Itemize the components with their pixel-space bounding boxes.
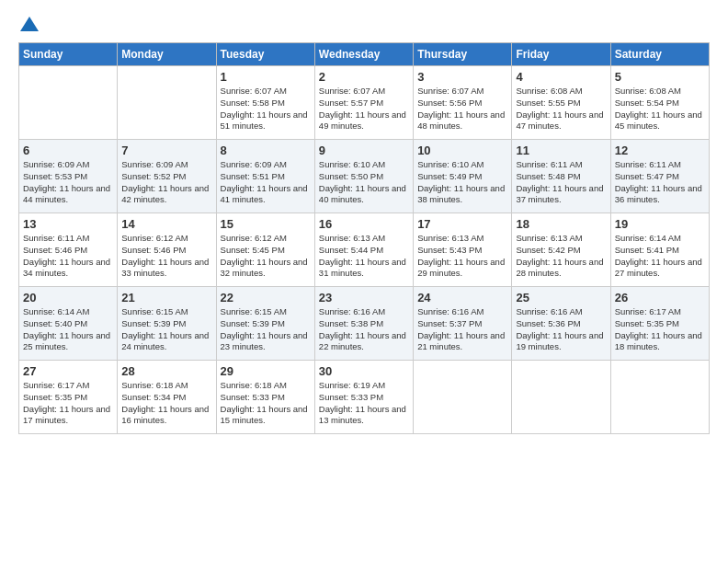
cell-text: Sunrise: 6:16 AM Sunset: 5:38 PM Dayligh… xyxy=(319,306,409,353)
calendar-cell: 14Sunrise: 6:12 AM Sunset: 5:46 PM Dayli… xyxy=(118,213,216,287)
day-header-tuesday: Tuesday xyxy=(216,43,314,66)
cell-text: Sunrise: 6:11 AM Sunset: 5:48 PM Dayligh… xyxy=(516,159,606,206)
cell-text: Sunrise: 6:07 AM Sunset: 5:57 PM Dayligh… xyxy=(319,86,409,132)
day-number: 18 xyxy=(516,217,606,231)
calendar-cell: 11Sunrise: 6:11 AM Sunset: 5:48 PM Dayli… xyxy=(512,140,610,213)
day-header-friday: Friday xyxy=(512,43,610,66)
day-number: 10 xyxy=(417,144,507,157)
calendar-cell: 19Sunrise: 6:14 AM Sunset: 5:41 PM Dayli… xyxy=(610,213,709,287)
cell-text: Sunrise: 6:13 AM Sunset: 5:42 PM Dayligh… xyxy=(516,233,606,280)
day-number: 24 xyxy=(417,291,507,304)
calendar-header-row: SundayMondayTuesdayWednesdayThursdayFrid… xyxy=(19,43,710,66)
cell-text: Sunrise: 6:07 AM Sunset: 5:56 PM Dayligh… xyxy=(417,86,507,132)
cell-text: Sunrise: 6:08 AM Sunset: 5:54 PM Dayligh… xyxy=(615,86,705,132)
day-number: 3 xyxy=(417,70,507,84)
day-header-saturday: Saturday xyxy=(610,43,709,66)
calendar-cell xyxy=(610,361,709,434)
cell-text: Sunrise: 6:09 AM Sunset: 5:52 PM Dayligh… xyxy=(121,159,211,206)
calendar-cell: 18Sunrise: 6:13 AM Sunset: 5:42 PM Dayli… xyxy=(512,213,610,287)
calendar-cell: 10Sunrise: 6:10 AM Sunset: 5:49 PM Dayli… xyxy=(414,140,512,213)
day-number: 7 xyxy=(121,144,211,157)
cell-text: Sunrise: 6:17 AM Sunset: 5:35 PM Dayligh… xyxy=(23,380,113,427)
cell-text: Sunrise: 6:12 AM Sunset: 5:45 PM Dayligh… xyxy=(221,233,311,280)
week-row-5: 27Sunrise: 6:17 AM Sunset: 5:35 PM Dayli… xyxy=(19,361,710,434)
calendar-cell: 26Sunrise: 6:17 AM Sunset: 5:35 PM Dayli… xyxy=(610,287,709,361)
calendar-cell: 1Sunrise: 6:07 AM Sunset: 5:58 PM Daylig… xyxy=(216,66,314,140)
cell-text: Sunrise: 6:09 AM Sunset: 5:51 PM Dayligh… xyxy=(221,159,311,206)
day-number: 25 xyxy=(516,291,606,304)
cell-text: Sunrise: 6:08 AM Sunset: 5:55 PM Dayligh… xyxy=(516,86,606,132)
cell-text: Sunrise: 6:10 AM Sunset: 5:49 PM Dayligh… xyxy=(417,159,507,206)
cell-text: Sunrise: 6:15 AM Sunset: 5:39 PM Dayligh… xyxy=(121,306,211,353)
day-number: 20 xyxy=(23,291,113,304)
calendar-cell: 15Sunrise: 6:12 AM Sunset: 5:45 PM Dayli… xyxy=(216,213,314,287)
calendar-cell xyxy=(19,66,118,140)
calendar-cell: 21Sunrise: 6:15 AM Sunset: 5:39 PM Dayli… xyxy=(118,287,216,361)
cell-text: Sunrise: 6:10 AM Sunset: 5:50 PM Dayligh… xyxy=(319,159,409,206)
logo xyxy=(18,15,39,33)
day-number: 2 xyxy=(319,70,409,84)
cell-text: Sunrise: 6:11 AM Sunset: 5:46 PM Dayligh… xyxy=(23,233,113,280)
calendar-cell: 30Sunrise: 6:19 AM Sunset: 5:33 PM Dayli… xyxy=(314,361,413,434)
cell-text: Sunrise: 6:18 AM Sunset: 5:33 PM Dayligh… xyxy=(221,380,311,427)
calendar-cell xyxy=(118,66,216,140)
calendar-cell: 27Sunrise: 6:17 AM Sunset: 5:35 PM Dayli… xyxy=(19,361,118,434)
day-number: 11 xyxy=(516,144,606,157)
day-number: 17 xyxy=(417,217,507,231)
cell-text: Sunrise: 6:19 AM Sunset: 5:33 PM Dayligh… xyxy=(319,380,409,427)
cell-text: Sunrise: 6:13 AM Sunset: 5:43 PM Dayligh… xyxy=(417,233,507,280)
calendar-cell: 8Sunrise: 6:09 AM Sunset: 5:51 PM Daylig… xyxy=(216,140,314,213)
day-number: 4 xyxy=(516,70,606,84)
cell-text: Sunrise: 6:12 AM Sunset: 5:46 PM Dayligh… xyxy=(121,233,211,280)
day-number: 21 xyxy=(121,291,211,304)
day-header-wednesday: Wednesday xyxy=(314,43,413,66)
calendar-cell: 22Sunrise: 6:15 AM Sunset: 5:39 PM Dayli… xyxy=(216,287,314,361)
cell-text: Sunrise: 6:11 AM Sunset: 5:47 PM Dayligh… xyxy=(615,159,705,206)
day-number: 14 xyxy=(121,217,211,231)
cell-text: Sunrise: 6:16 AM Sunset: 5:36 PM Dayligh… xyxy=(516,306,606,353)
calendar-cell: 28Sunrise: 6:18 AM Sunset: 5:34 PM Dayli… xyxy=(118,361,216,434)
cell-text: Sunrise: 6:09 AM Sunset: 5:53 PM Dayligh… xyxy=(23,159,113,206)
day-number: 30 xyxy=(319,364,409,378)
calendar-cell: 20Sunrise: 6:14 AM Sunset: 5:40 PM Dayli… xyxy=(19,287,118,361)
calendar-cell: 16Sunrise: 6:13 AM Sunset: 5:44 PM Dayli… xyxy=(314,213,413,287)
day-header-sunday: Sunday xyxy=(19,43,118,66)
day-number: 28 xyxy=(121,364,211,378)
cell-text: Sunrise: 6:18 AM Sunset: 5:34 PM Dayligh… xyxy=(121,380,211,427)
week-row-1: 1Sunrise: 6:07 AM Sunset: 5:58 PM Daylig… xyxy=(19,66,710,140)
day-number: 8 xyxy=(221,144,311,157)
calendar-cell xyxy=(512,361,610,434)
day-number: 16 xyxy=(319,217,409,231)
day-number: 27 xyxy=(23,364,113,378)
calendar-table: SundayMondayTuesdayWednesdayThursdayFrid… xyxy=(18,42,710,434)
calendar-cell: 13Sunrise: 6:11 AM Sunset: 5:46 PM Dayli… xyxy=(19,213,118,287)
calendar-cell: 4Sunrise: 6:08 AM Sunset: 5:55 PM Daylig… xyxy=(512,66,610,140)
logo-icon xyxy=(20,15,39,33)
day-number: 29 xyxy=(221,364,311,378)
cell-text: Sunrise: 6:16 AM Sunset: 5:37 PM Dayligh… xyxy=(417,306,507,353)
day-number: 12 xyxy=(615,144,705,157)
calendar-cell: 9Sunrise: 6:10 AM Sunset: 5:50 PM Daylig… xyxy=(314,140,413,213)
calendar-cell: 2Sunrise: 6:07 AM Sunset: 5:57 PM Daylig… xyxy=(314,66,413,140)
cell-text: Sunrise: 6:17 AM Sunset: 5:35 PM Dayligh… xyxy=(615,306,705,353)
day-number: 9 xyxy=(319,144,409,157)
calendar-body: 1Sunrise: 6:07 AM Sunset: 5:58 PM Daylig… xyxy=(19,66,710,434)
calendar-cell: 6Sunrise: 6:09 AM Sunset: 5:53 PM Daylig… xyxy=(19,140,118,213)
day-number: 6 xyxy=(23,144,113,157)
day-number: 19 xyxy=(615,217,705,231)
calendar-cell: 7Sunrise: 6:09 AM Sunset: 5:52 PM Daylig… xyxy=(118,140,216,213)
day-header-monday: Monday xyxy=(118,43,216,66)
calendar-cell: 12Sunrise: 6:11 AM Sunset: 5:47 PM Dayli… xyxy=(610,140,709,213)
calendar-cell: 23Sunrise: 6:16 AM Sunset: 5:38 PM Dayli… xyxy=(314,287,413,361)
calendar-cell: 5Sunrise: 6:08 AM Sunset: 5:54 PM Daylig… xyxy=(610,66,709,140)
day-number: 15 xyxy=(221,217,311,231)
week-row-2: 6Sunrise: 6:09 AM Sunset: 5:53 PM Daylig… xyxy=(19,140,710,213)
week-row-3: 13Sunrise: 6:11 AM Sunset: 5:46 PM Dayli… xyxy=(19,213,710,287)
calendar-cell: 17Sunrise: 6:13 AM Sunset: 5:43 PM Dayli… xyxy=(414,213,512,287)
svg-marker-0 xyxy=(20,17,39,31)
day-number: 23 xyxy=(319,291,409,304)
calendar-cell xyxy=(414,361,512,434)
cell-text: Sunrise: 6:15 AM Sunset: 5:39 PM Dayligh… xyxy=(221,306,311,353)
day-number: 26 xyxy=(615,291,705,304)
calendar-cell: 3Sunrise: 6:07 AM Sunset: 5:56 PM Daylig… xyxy=(414,66,512,140)
